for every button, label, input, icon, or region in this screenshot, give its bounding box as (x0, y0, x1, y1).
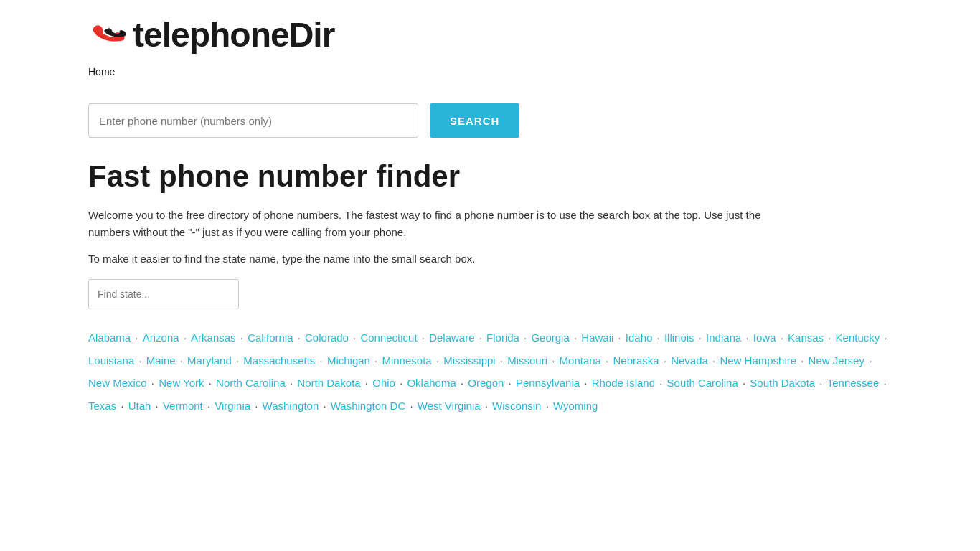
state-link[interactable]: Nevada (671, 354, 708, 367)
state-separator: · (132, 331, 141, 344)
state-separator: · (287, 377, 296, 389)
state-separator: · (372, 354, 381, 367)
state-link[interactable]: Michigan (327, 354, 370, 367)
state-separator: · (295, 331, 304, 344)
state-link[interactable]: New Hampshire (720, 354, 796, 367)
state-link[interactable]: Maryland (187, 354, 232, 367)
state-separator: · (521, 331, 530, 344)
state-link[interactable]: California (248, 331, 293, 344)
state-separator: · (149, 377, 158, 389)
state-link[interactable]: Alabama (88, 331, 131, 344)
state-link[interactable]: South Dakota (750, 377, 815, 389)
state-link[interactable]: Mississippi (443, 354, 496, 367)
state-link[interactable]: Wyoming (553, 400, 598, 412)
state-link[interactable]: Utah (128, 400, 151, 412)
state-separator: · (476, 331, 486, 344)
state-separator: · (603, 354, 612, 367)
state-link[interactable]: North Dakota (297, 377, 360, 389)
state-link[interactable]: Texas (88, 400, 116, 412)
nav-home-link[interactable]: Home (88, 66, 115, 77)
state-separator: · (433, 354, 443, 367)
state-link[interactable]: Iowa (753, 331, 776, 344)
state-separator: · (880, 377, 886, 389)
state-separator: · (181, 331, 190, 344)
state-link[interactable]: West Virginia (418, 400, 481, 412)
state-link[interactable]: Florida (486, 331, 519, 344)
state-link[interactable]: Wisconsin (492, 400, 541, 412)
state-link[interactable]: Oregon (468, 377, 504, 389)
state-link[interactable]: Kentucky (836, 331, 880, 344)
state-separator: · (177, 354, 187, 367)
nav: Home (88, 62, 892, 89)
page-title: Fast phone number finder (88, 159, 892, 194)
state-separator: · (654, 331, 663, 344)
state-link[interactable]: Indiana (706, 331, 741, 344)
state-separator: · (549, 354, 558, 367)
state-link[interactable]: Maine (146, 354, 176, 367)
state-separator: · (233, 354, 242, 367)
state-link[interactable]: Hawaii (581, 331, 613, 344)
state-separator: · (497, 354, 507, 367)
state-link[interactable]: Illinois (664, 331, 694, 344)
state-separator: · (581, 377, 590, 389)
state-separator: · (798, 354, 807, 367)
state-link[interactable]: Louisiana (88, 354, 134, 367)
state-link[interactable]: Ohio (372, 377, 395, 389)
state-link[interactable]: Minnesota (382, 354, 431, 367)
state-separator: · (866, 354, 872, 367)
state-link[interactable]: New Mexico (88, 377, 147, 389)
phone-icon (88, 14, 128, 55)
state-separator: · (661, 354, 670, 367)
state-separator: · (710, 354, 719, 367)
state-link[interactable]: Connecticut (360, 331, 417, 344)
state-link[interactable]: South Carolina (667, 377, 738, 389)
state-link[interactable]: North Carolina (216, 377, 286, 389)
state-separator: · (505, 377, 514, 389)
state-link[interactable]: Oklahoma (407, 377, 456, 389)
state-separator: · (362, 377, 372, 389)
state-separator: · (419, 331, 428, 344)
state-link[interactable]: Virginia (215, 400, 250, 412)
state-separator: · (118, 400, 127, 412)
state-link[interactable]: Tennessee (827, 377, 880, 389)
state-link[interactable]: Arizona (143, 331, 179, 344)
state-search-input[interactable] (88, 279, 239, 309)
state-separator: · (152, 400, 161, 412)
state-link[interactable]: Pennsylvania (516, 377, 580, 389)
state-link[interactable]: Georgia (531, 331, 569, 344)
state-link[interactable]: Massachusetts (243, 354, 315, 367)
state-separator: · (656, 377, 666, 389)
state-separator: · (740, 377, 749, 389)
state-separator: · (316, 354, 326, 367)
state-link[interactable]: Kansas (788, 331, 824, 344)
logo-text: telephoneDir (133, 15, 334, 55)
state-link[interactable]: Montana (560, 354, 601, 367)
description-2: To make it easier to find the state name… (88, 253, 892, 265)
state-link[interactable]: Arkansas (191, 331, 236, 344)
state-separator: · (237, 331, 247, 344)
state-link[interactable]: New York (159, 377, 204, 389)
state-separator: · (542, 400, 552, 412)
state-link[interactable]: Missouri (507, 354, 547, 367)
header: telephoneDir (88, 0, 892, 62)
state-separator: · (206, 377, 215, 389)
state-separator: · (397, 377, 406, 389)
state-link[interactable]: Nebraska (613, 354, 659, 367)
state-link[interactable]: New Jersey (809, 354, 864, 367)
state-link[interactable]: Vermont (163, 400, 203, 412)
state-link[interactable]: Delaware (429, 331, 474, 344)
state-separator: · (252, 400, 261, 412)
state-separator: · (778, 331, 787, 344)
state-link[interactable]: Colorado (305, 331, 349, 344)
search-button[interactable]: SEARCH (430, 103, 519, 138)
state-link[interactable]: Washington (263, 400, 319, 412)
phone-search-input[interactable] (88, 103, 418, 138)
state-separator: · (320, 400, 329, 412)
state-separator: · (615, 331, 624, 344)
state-link[interactable]: Washington DC (331, 400, 406, 412)
state-separator: · (350, 331, 359, 344)
state-link[interactable]: Idaho (626, 331, 653, 344)
search-bar: SEARCH (88, 103, 892, 138)
state-separator: · (136, 354, 145, 367)
state-link[interactable]: Rhode Island (592, 377, 655, 389)
